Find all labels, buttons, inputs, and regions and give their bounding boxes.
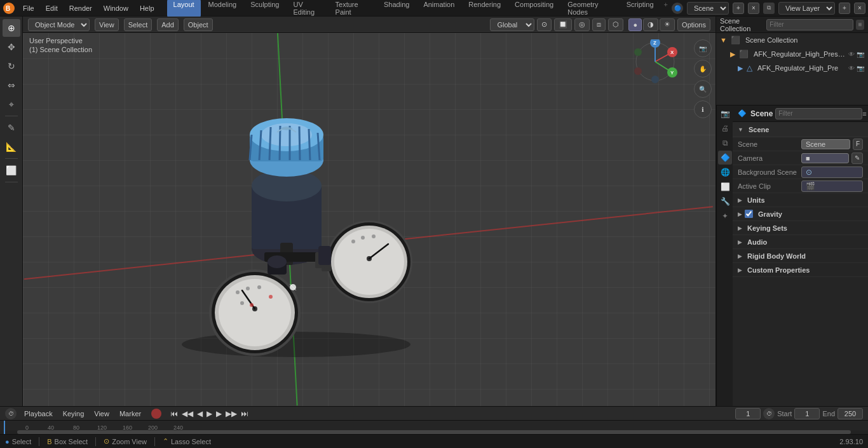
tab-shading[interactable]: Shading	[377, 0, 416, 17]
outliner-filter-btn[interactable]: ≡	[856, 20, 864, 30]
props-filter-icon[interactable]: ≡	[862, 110, 866, 118]
gravity-checkbox[interactable]	[745, 210, 753, 218]
camera-selector[interactable]: ■	[801, 153, 849, 163]
jump-end-btn[interactable]: ⏭	[240, 409, 250, 418]
scene-props-icon[interactable]: 🔷	[718, 151, 732, 165]
add-workspace-btn[interactable]: +	[661, 0, 670, 17]
menu-edit[interactable]: Edit	[41, 3, 63, 13]
jump-start-btn[interactable]: ⏮	[169, 409, 179, 418]
prev-keyframe-btn[interactable]: ◀◀	[180, 409, 194, 418]
camera-icon-1[interactable]: 📷	[857, 51, 864, 58]
keying-menu[interactable]: Keying	[60, 410, 87, 417]
zoom-status[interactable]: ⊙ Zoom View	[104, 437, 147, 445]
cursor-tool[interactable]: ⊕	[3, 19, 20, 37]
xray-btn[interactable]: ⬡	[608, 18, 623, 31]
modifier-props-icon[interactable]: 🔧	[718, 194, 732, 208]
output-props-icon[interactable]: 🖨	[718, 121, 732, 135]
particles-props-icon[interactable]: ✦	[718, 209, 732, 223]
lasso-status[interactable]: ⌃ Lasso Select	[163, 437, 211, 445]
audio-section[interactable]: ▶ Audio	[733, 235, 868, 249]
end-frame-input[interactable]: 250	[837, 408, 863, 419]
active-clip-selector[interactable]: 🎬	[801, 180, 863, 192]
viewport-select-btn[interactable]: Select	[124, 18, 153, 31]
tab-layout[interactable]: Layout	[167, 0, 201, 17]
menu-help[interactable]: Help	[135, 3, 159, 13]
scene-fake-btn[interactable]: F	[853, 139, 863, 150]
view-layer-new-btn[interactable]: +	[839, 3, 850, 14]
prev-frame-btn[interactable]: ◀	[196, 409, 204, 418]
scene-selector[interactable]: Scene	[687, 2, 729, 15]
outliner-afk-collection[interactable]: ▶ ⬛ AFK_Regulator_High_Pressure 👁 📷	[716, 47, 868, 61]
overlay-btn[interactable]: ⧈	[592, 18, 606, 31]
scene-section-header[interactable]: ▼ Scene	[733, 122, 868, 137]
outliner-afk-mesh[interactable]: ▶ △ AFK_Regulator_High_Pre 👁 📷	[716, 61, 868, 75]
record-btn[interactable]	[151, 409, 161, 419]
rotate-tool[interactable]: ↻	[3, 57, 20, 75]
view-layer-selector[interactable]: View Layer	[778, 2, 835, 15]
annotate-tool[interactable]: ✎	[3, 119, 20, 137]
zoom-gizmo[interactable]: 🔍	[694, 80, 712, 98]
fps-btn[interactable]: ⏱	[763, 408, 775, 419]
solid-mode-btn[interactable]: ●	[628, 18, 642, 31]
rigid-body-section[interactable]: ▶ Rigid Body World	[733, 249, 868, 263]
rendered-mode-btn[interactable]: ☀	[660, 18, 675, 31]
scene-new-btn[interactable]: +	[733, 3, 744, 14]
render-props-icon[interactable]: 📷	[718, 107, 732, 121]
units-section[interactable]: ▶ Units	[733, 193, 868, 207]
options-btn[interactable]: Options	[677, 18, 710, 31]
camera-edit-btn[interactable]: ✎	[851, 153, 863, 164]
tab-modeling[interactable]: Modeling	[202, 0, 243, 17]
play-btn[interactable]: ▶	[205, 409, 214, 418]
navigation-gizmo[interactable]: X Y Z	[633, 39, 677, 84]
current-frame-input[interactable]: 1	[735, 408, 761, 419]
gravity-section[interactable]: ▶ Gravity	[733, 207, 868, 221]
info-gizmo[interactable]: ℹ	[694, 100, 712, 118]
transform-select[interactable]: Global	[490, 18, 534, 31]
outliner-search[interactable]	[766, 19, 853, 31]
tab-scripting[interactable]: Scripting	[620, 0, 660, 17]
marker-menu[interactable]: Marker	[117, 410, 144, 417]
tab-compositing[interactable]: Compositing	[508, 0, 560, 17]
move-tool[interactable]: ✥	[3, 38, 20, 56]
eye-icon-2[interactable]: 👁	[848, 65, 855, 72]
view-layer-del-btn[interactable]: ×	[854, 3, 865, 14]
scene-props-btn[interactable]: ×	[748, 3, 759, 14]
tab-rendering[interactable]: Rendering	[462, 0, 507, 17]
tab-uv-editing[interactable]: UV Editing	[287, 0, 327, 17]
start-frame-input[interactable]: 1	[794, 408, 820, 419]
scene-name-display[interactable]: Scene	[801, 139, 850, 149]
select-status[interactable]: ● Select	[5, 438, 31, 445]
tab-texture-paint[interactable]: Texture Paint	[329, 0, 376, 17]
box-select-status[interactable]: B Box Select	[47, 438, 88, 445]
custom-props-section[interactable]: ▶ Custom Properties	[733, 263, 868, 277]
viewport-add-btn[interactable]: Add	[157, 18, 179, 31]
measure-tool[interactable]: 📐	[3, 138, 20, 156]
outliner-scene-collection[interactable]: ▼ ⬛ Scene Collection	[716, 33, 868, 47]
eye-icon-1[interactable]: 👁	[848, 51, 855, 58]
menu-file[interactable]: File	[18, 3, 39, 13]
next-keyframe-btn[interactable]: ▶▶	[224, 409, 238, 418]
camera-icon-2[interactable]: 📷	[857, 65, 864, 72]
timeline-icon[interactable]: ⏱	[5, 408, 17, 419]
viewport-object-btn[interactable]: Object	[184, 18, 213, 31]
properties-search[interactable]	[775, 108, 862, 119]
tab-geometry-nodes[interactable]: Geometry Nodes	[561, 0, 619, 17]
transform-tool[interactable]: ⌖	[3, 95, 20, 113]
view-layer-props-icon[interactable]: ⧉	[718, 136, 732, 150]
background-scene-selector[interactable]: ⊙	[801, 166, 863, 178]
hand-gizmo[interactable]: ✋	[694, 60, 712, 78]
proportional-btn[interactable]: ◎	[574, 18, 590, 31]
keying-sets-section[interactable]: ▶ Keying Sets	[733, 221, 868, 235]
next-frame-btn[interactable]: ▶	[215, 409, 223, 418]
object-mode-select[interactable]: Object Mode	[28, 18, 90, 31]
pivot-btn[interactable]: ⊙	[537, 18, 552, 31]
world-props-icon[interactable]: 🌐	[718, 165, 732, 179]
viewport-view-btn[interactable]: View	[95, 18, 119, 31]
menu-render[interactable]: Render	[64, 3, 97, 13]
view-menu[interactable]: View	[92, 410, 112, 417]
snapping-btn[interactable]: 🔲	[554, 18, 572, 31]
camera-gizmo[interactable]: 📷	[694, 39, 712, 57]
tab-sculpting[interactable]: Sculpting	[244, 0, 285, 17]
timeline-scrollbar[interactable]	[0, 430, 868, 434]
viewport-canvas[interactable]: User Perspective (1) Scene Collection	[23, 33, 715, 406]
